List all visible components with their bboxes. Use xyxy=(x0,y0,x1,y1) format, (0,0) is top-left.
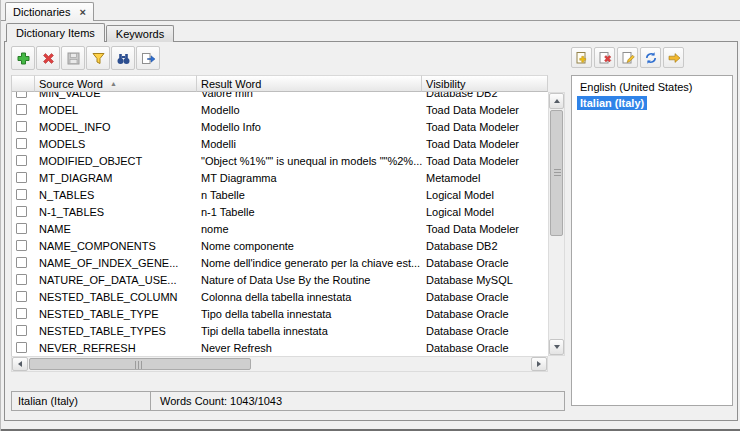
filter-button[interactable] xyxy=(86,46,110,70)
cell-visibility: Database DB2 xyxy=(422,92,548,99)
cell-visibility: Logical Model xyxy=(422,189,548,201)
horizontal-scroll-thumb[interactable] xyxy=(29,358,251,370)
header-source-word[interactable]: Source Word ▲ xyxy=(35,75,197,92)
cell-visibility: Database MySQL xyxy=(422,274,548,286)
table-row[interactable]: MODEL_INFOModello InfoToad Data Modeler xyxy=(12,118,548,135)
add-word-button[interactable] xyxy=(11,46,35,70)
table-row[interactable]: MODELSModelliToad Data Modeler xyxy=(12,135,548,152)
row-checkbox[interactable] xyxy=(16,92,27,98)
arrow-down-icon xyxy=(554,345,560,349)
table-row[interactable]: NAME_OF_INDEX_GENE...Nome dell'indice ge… xyxy=(12,254,548,271)
row-checkbox-cell xyxy=(12,172,35,183)
horizontal-scrollbar[interactable] xyxy=(11,356,548,372)
row-checkbox[interactable] xyxy=(16,121,27,132)
thumb-grip-icon xyxy=(554,169,561,176)
table-row[interactable]: MODELModelloToad Data Modeler xyxy=(12,101,548,118)
header-visibility-label: Visibility xyxy=(426,78,466,90)
floppy-disk-icon xyxy=(66,51,81,66)
row-checkbox[interactable] xyxy=(16,206,27,217)
table-row[interactable]: NESTED_TABLE_TYPETipo della tabella inne… xyxy=(12,305,548,322)
scroll-right-button[interactable] xyxy=(531,357,547,371)
table-row[interactable]: N-1_TABLESn-1 TabelleLogical Model xyxy=(12,203,548,220)
header-checkbox-column[interactable] xyxy=(12,75,35,92)
row-checkbox[interactable] xyxy=(16,223,27,234)
delete-word-button[interactable] xyxy=(36,46,60,70)
language-item-label: Italian (Italy) xyxy=(577,96,647,110)
save-button[interactable] xyxy=(61,46,85,70)
cell-source-word: MT_DIAGRAM xyxy=(35,172,197,184)
language-item[interactable]: Italian (Italy) xyxy=(572,95,732,111)
cell-visibility: Toad Data Modeler xyxy=(422,121,548,133)
tab-dictionaries[interactable]: Dictionaries × xyxy=(5,2,94,21)
cell-result-word: nome xyxy=(197,223,422,235)
row-checkbox[interactable] xyxy=(16,172,27,183)
words-grid: Source Word ▲ Result Word Visibility MIN… xyxy=(11,75,565,356)
table-row[interactable]: NAMEnomeToad Data Modeler xyxy=(12,220,548,237)
scroll-left-button[interactable] xyxy=(12,357,28,371)
row-checkbox[interactable] xyxy=(16,342,27,353)
row-checkbox[interactable] xyxy=(16,155,27,166)
tab-dictionary-items[interactable]: Dictionary Items xyxy=(6,23,105,42)
table-row[interactable]: MODIFIED_OBJECT"Object %1%"" is unequal … xyxy=(12,152,548,169)
scroll-down-button[interactable] xyxy=(549,339,564,355)
header-result-word[interactable]: Result Word xyxy=(197,75,422,92)
cell-result-word: n-1 Tabelle xyxy=(197,206,422,218)
tab-keywords[interactable]: Keywords xyxy=(106,25,174,42)
status-language-label: Italian (Italy) xyxy=(18,395,78,407)
vertical-scroll-thumb[interactable] xyxy=(550,110,563,236)
table-row[interactable]: MIN_VALUEValore minDatabase DB2 xyxy=(12,92,548,101)
add-dictionary-button[interactable] xyxy=(571,47,592,68)
table-row[interactable]: MT_DIAGRAMMT DiagrammaMetamodel xyxy=(12,169,548,186)
dictionaries-toolbar xyxy=(571,47,684,68)
table-row[interactable]: N_TABLESn TabelleLogical Model xyxy=(12,186,548,203)
arrow-left-icon xyxy=(18,361,22,367)
delete-dictionary-button[interactable] xyxy=(594,47,615,68)
jump-to-button[interactable] xyxy=(136,46,160,70)
language-list: English (United States)Italian (Italy) xyxy=(571,75,733,406)
cell-result-word: Colonna della tabella innestata xyxy=(197,291,422,303)
close-tab-icon[interactable]: × xyxy=(79,7,85,18)
row-checkbox[interactable] xyxy=(16,138,27,149)
cell-visibility: Toad Data Modeler xyxy=(422,223,548,235)
edit-dictionary-button[interactable] xyxy=(617,47,638,68)
row-checkbox[interactable] xyxy=(16,325,27,336)
grid-header: Source Word ▲ Result Word Visibility xyxy=(12,75,548,92)
find-button[interactable] xyxy=(111,46,135,70)
apply-dictionary-button[interactable] xyxy=(663,47,684,68)
refresh-dictionary-button[interactable] xyxy=(640,47,661,68)
cell-result-word: Tipi della tabella innestata xyxy=(197,325,422,337)
header-visibility[interactable]: Visibility xyxy=(422,75,548,92)
cell-source-word: MIN_VALUE xyxy=(35,92,197,99)
row-checkbox[interactable] xyxy=(16,104,27,115)
dictionary-items-panel: Source Word ▲ Result Word Visibility MIN… xyxy=(4,41,738,421)
table-row[interactable]: NEVER_REFRESHNever RefreshDatabase Oracl… xyxy=(12,339,548,356)
tab-dictionaries-label: Dictionaries xyxy=(13,6,70,18)
table-row[interactable]: NAME_COMPONENTSNome componenteDatabase D… xyxy=(12,237,548,254)
thumb-grip-icon xyxy=(135,361,143,369)
row-checkbox[interactable] xyxy=(16,257,27,268)
blue-arrow-icon xyxy=(141,51,156,66)
row-checkbox[interactable] xyxy=(16,308,27,319)
row-checkbox[interactable] xyxy=(16,274,27,285)
cell-source-word: NEVER_REFRESH xyxy=(35,342,197,354)
vertical-scrollbar[interactable] xyxy=(548,92,565,356)
language-item[interactable]: English (United States) xyxy=(572,79,732,95)
language-item-label: English (United States) xyxy=(577,80,696,94)
row-checkbox-cell xyxy=(12,121,35,132)
row-checkbox[interactable] xyxy=(16,189,27,200)
cell-source-word: NESTED_TABLE_COLUMN xyxy=(35,291,197,303)
cell-source-word: NATURE_OF_DATA_USE... xyxy=(35,274,197,286)
scroll-up-button[interactable] xyxy=(549,93,564,109)
table-row[interactable]: NATURE_OF_DATA_USE...Nature of Data Use … xyxy=(12,271,548,288)
row-checkbox-cell xyxy=(12,138,35,149)
cell-visibility: Database DB2 xyxy=(422,240,548,252)
row-checkbox-cell xyxy=(12,104,35,115)
row-checkbox[interactable] xyxy=(16,291,27,302)
cell-visibility: Database Oracle xyxy=(422,325,548,337)
table-row[interactable]: NESTED_TABLE_COLUMNColonna della tabella… xyxy=(12,288,548,305)
cell-result-word: Tipo della tabella innestata xyxy=(197,308,422,320)
row-checkbox[interactable] xyxy=(16,240,27,251)
cell-visibility: Toad Data Modeler xyxy=(422,104,548,116)
row-checkbox-cell xyxy=(12,274,35,285)
table-row[interactable]: NESTED_TABLE_TYPESTipi della tabella inn… xyxy=(12,322,548,339)
